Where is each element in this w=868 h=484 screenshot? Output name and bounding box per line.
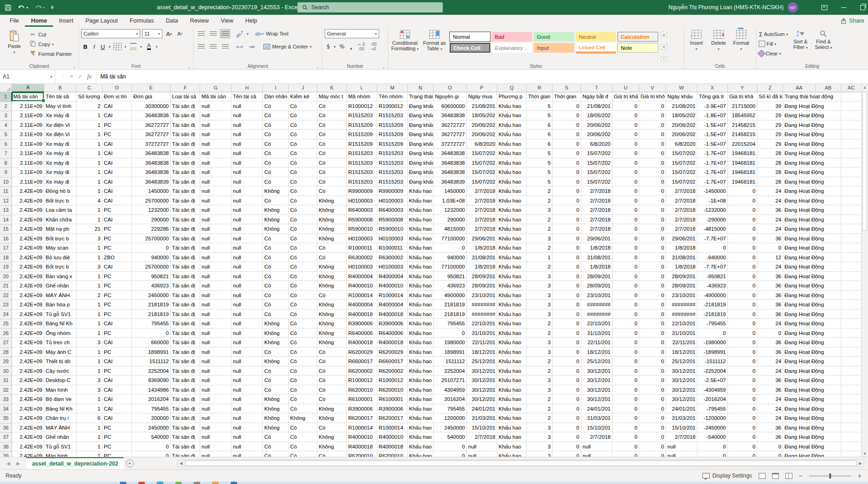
cell-F13[interactable]: Tài sản đị (171, 206, 200, 215)
cell-R23[interactable]: 3 (527, 300, 553, 310)
cell-I27[interactable]: Không (263, 338, 289, 347)
cell-M3[interactable]: R1515203 (377, 111, 408, 120)
cell-V9[interactable]: 0 (639, 168, 666, 177)
cell-S35[interactable]: 0 (553, 414, 581, 423)
cell-K14[interactable]: Không (317, 215, 347, 225)
cell-N37[interactable]: Khấu hao (408, 433, 434, 442)
cell-V10[interactable]: 0 (639, 178, 666, 187)
cell-E5[interactable]: 36272727 (132, 130, 171, 139)
cell-L2[interactable]: R1000012 (347, 102, 377, 111)
cell-K26[interactable]: Không (317, 329, 347, 338)
cell-B10[interactable]: Xe máy đi (44, 178, 77, 187)
cell-style-bad[interactable]: Bad (492, 32, 532, 42)
cell-E25[interactable]: 795455 (132, 319, 171, 329)
cell-E23[interactable]: 2181819 (132, 300, 171, 310)
tab-view[interactable]: View (215, 15, 239, 27)
cell-K34[interactable]: Không (317, 405, 347, 414)
cell-A14[interactable]: 2.42E+09 (12, 215, 44, 225)
cell-Z37[interactable]: 36 (757, 433, 783, 442)
fill-color-dropdown[interactable]: ▾ (140, 45, 142, 49)
cell-V8[interactable]: 0 (639, 159, 666, 168)
cell-L22[interactable]: R1000014 (347, 291, 377, 300)
cell-E35[interactable]: 200000 (132, 414, 171, 423)
cell-AC17[interactable] (841, 244, 861, 253)
cell-J26[interactable]: Có (289, 329, 317, 338)
cell-R7[interactable]: 5 (527, 149, 553, 158)
cell-Y17[interactable]: 0 (728, 244, 757, 253)
cell-H16[interactable]: null (232, 234, 263, 244)
cell-A27[interactable]: 2.42E+09 (12, 338, 44, 347)
cell-L23[interactable]: R4000004 (347, 300, 377, 310)
cell-F34[interactable]: Tài sản đị (171, 405, 200, 414)
align-middle-button[interactable] (208, 29, 218, 38)
cell-B2[interactable]: Máy vi tính (44, 102, 77, 111)
cell-R13[interactable]: 3 (527, 206, 553, 215)
cell-W6[interactable]: 6/8/2020 (666, 140, 697, 149)
cell-P3[interactable]: 18/05/202 (467, 111, 497, 120)
cell-O3[interactable]: 36483838 (434, 111, 467, 120)
orientation-dropdown[interactable]: ▾ (247, 32, 249, 36)
cell-N7[interactable]: Đang khấu (408, 149, 434, 158)
cell-H32[interactable]: null (232, 386, 263, 395)
cell-T28[interactable]: 18/12/201 (581, 348, 612, 357)
cell-AC22[interactable] (841, 291, 861, 300)
cell-G32[interactable]: null (200, 386, 232, 395)
cell-J34[interactable]: Có (289, 405, 317, 414)
cell-T19[interactable]: 1/8/2018 (581, 263, 612, 272)
percent-style-button[interactable]: % (338, 42, 346, 51)
bold-button[interactable]: B (81, 42, 89, 51)
cell-Z14[interactable]: 24 (757, 215, 783, 225)
cell-J8[interactable]: Có (289, 159, 317, 168)
cell-L15[interactable]: R5900010 (347, 225, 377, 234)
cell-D3[interactable]: CAI (102, 111, 132, 120)
cell-M11[interactable]: R9900009 (377, 187, 408, 196)
cell-AA20[interactable]: Đang Hoạt Động (783, 272, 815, 281)
cell-L33[interactable]: R6100001 (347, 395, 377, 404)
cell-S4[interactable]: 0 (553, 121, 581, 130)
cell-H38[interactable]: null (232, 442, 263, 452)
cell-W39[interactable]: null (666, 452, 697, 457)
cell-AC23[interactable] (841, 300, 861, 310)
alignment-dialog-launcher[interactable]: ⌟ (316, 64, 321, 69)
cell-AA39[interactable]: Đang Hoạt Động (783, 452, 815, 457)
cell-N26[interactable]: Khấu hao (408, 329, 434, 338)
cell-Q39[interactable]: Khấu hao (497, 452, 527, 457)
cell-V38[interactable]: 0 (639, 442, 666, 452)
cell-R1[interactable]: Thời gian (527, 92, 553, 102)
cell-Q18[interactable]: Khấu hao (497, 253, 527, 263)
format-cells-button[interactable]: Format▾ (731, 28, 752, 62)
cell-L5[interactable]: R1515209 (347, 130, 377, 139)
cell-H2[interactable]: null (232, 102, 263, 111)
cell-AC13[interactable] (841, 206, 861, 215)
row-header-15[interactable]: 15 (0, 225, 12, 234)
cell-E14[interactable]: 290000 (132, 215, 171, 225)
cell-J6[interactable]: Có (289, 140, 317, 149)
increase-decimal-button[interactable]: ←.0.00 (356, 42, 367, 51)
cell-D39[interactable]: PC (102, 452, 132, 457)
row-header-21[interactable]: 21 (0, 281, 12, 291)
cell-X22[interactable]: -4900000 (697, 291, 728, 300)
cell-A5[interactable]: 2.11E+09 (12, 130, 44, 139)
cell-W14[interactable]: 2/7/2018 (666, 215, 697, 225)
cell-I17[interactable]: Có (263, 244, 289, 253)
cell-L12[interactable]: H0100003 (347, 197, 377, 206)
cell-G20[interactable]: null (200, 272, 232, 281)
restore-button[interactable] (860, 5, 865, 10)
row-header-32[interactable]: 32 (0, 386, 12, 395)
cell-E36[interactable]: 2450000 (132, 424, 171, 433)
vertical-scrollbar[interactable]: ▲ ▼ (861, 84, 868, 457)
cell-C15[interactable]: 21 (77, 225, 102, 234)
cell-Y22[interactable]: 0 (728, 291, 757, 300)
format-dropdown[interactable]: ▾ (740, 47, 742, 51)
cell-Z2[interactable]: 39 (757, 102, 783, 111)
cell-N23[interactable]: Khấu hao (408, 300, 434, 310)
cell-Z11[interactable]: 24 (757, 187, 783, 196)
cell-D25[interactable]: CAI (102, 319, 132, 329)
cell-Y7[interactable]: 19468181 (728, 149, 757, 158)
cell-I23[interactable]: Có (263, 300, 289, 310)
cell-X1[interactable]: Tổng giá tr (697, 92, 728, 102)
cell-H10[interactable]: null (232, 178, 263, 187)
cell-E18[interactable]: 940000 (132, 253, 171, 263)
cell-W31[interactable]: 30/12/201 (666, 376, 697, 385)
cell-M18[interactable]: R6300002 (377, 253, 408, 263)
